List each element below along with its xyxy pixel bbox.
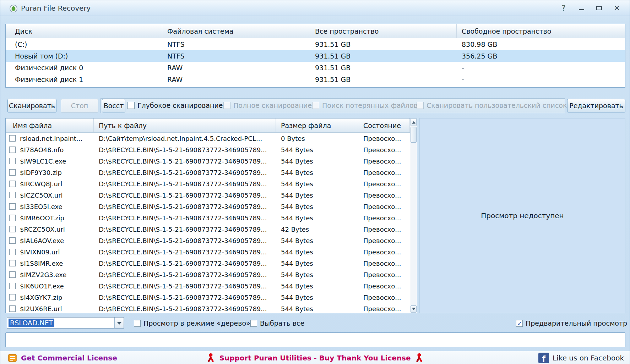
file-row[interactable]: $IMZV2G3.exe D:\$RECYCLE.BIN\S-1-5-21-69… [6, 269, 410, 280]
scan-button[interactable]: Сканировать [7, 99, 56, 112]
file-row[interactable]: $ICZC5OX.url D:\$RECYCLE.BIN\S-1-5-21-69… [6, 189, 410, 201]
file-path: D:\$RECYCLE.BIN\S-1-5-21-690873772-34690… [94, 246, 276, 258]
tree-view-checkbox-box[interactable] [134, 320, 141, 327]
commercial-license-link[interactable]: Get Commercial License [7, 353, 117, 363]
file-row[interactable]: $IDF9Y30.zip D:\$RECYCLE.BIN\S-1-5-21-69… [6, 167, 410, 178]
select-all-checkbox[interactable]: Выбрать все [250, 319, 304, 327]
support-link[interactable]: Support Puran Utilities - Buy Thank You … [206, 353, 423, 363]
file-name: $IK6UO1F.exe [20, 282, 64, 290]
scrollbar-thumb[interactable] [411, 127, 417, 143]
disk-col-filesystem[interactable]: Файловая система [162, 24, 310, 38]
file-row[interactable]: $I1S8IMR.exe D:\$RECYCLE.BIN\S-1-5-21-69… [6, 258, 410, 269]
file-row[interactable]: $IAL6AOV.exe D:\$RECYCLE.BIN\S-1-5-21-69… [6, 235, 410, 246]
file-name: $IDF9Y30.zip [20, 169, 62, 176]
scroll-up-button[interactable] [411, 119, 417, 126]
file-checkbox[interactable] [9, 249, 16, 255]
file-row[interactable]: $RCZC5OX.url D:\$RECYCLE.BIN\S-1-5-21-69… [6, 224, 410, 235]
file-row[interactable]: $IW9LC1C.exe D:\$RECYCLE.BIN\S-1-5-21-69… [6, 155, 410, 167]
toolbar: Сканировать Стоп Восст Глубокое сканиров… [5, 98, 625, 113]
file-row[interactable]: $IK6UO1F.exe D:\$RECYCLE.BIN\S-1-5-21-69… [6, 280, 410, 292]
disk-row[interactable]: Физический диск 0 RAW 931.51 GB - [6, 62, 625, 73]
file-path: D:\$RECYCLE.BIN\S-1-5-21-690873772-34690… [94, 224, 276, 235]
file-checkbox[interactable] [9, 271, 16, 278]
file-col-state[interactable]: Состояние [358, 118, 410, 132]
facebook-link[interactable]: f Like us on Facebook [538, 353, 624, 363]
file-size: 0 Bytes [276, 133, 358, 144]
disk-table-body: (C:) NTFS 931.51 GB 830.98 GB Новый том … [6, 38, 625, 85]
file-checkbox[interactable] [9, 192, 16, 198]
maximize-icon [596, 6, 602, 10]
file-checkbox[interactable] [9, 294, 16, 300]
app-icon [9, 4, 18, 13]
file-checkbox[interactable] [9, 283, 16, 289]
file-checkbox[interactable] [9, 203, 16, 210]
filter-combobox[interactable]: RSLOAD.NET [7, 317, 124, 329]
disk-row[interactable]: Новый том (D:) NTFS 931.51 GB 356.25 GB [6, 50, 625, 62]
filter-input[interactable]: RSLOAD.NET [7, 318, 114, 328]
disk-free-space: 830.98 GB [457, 38, 625, 50]
file-state: Превосхо... [358, 269, 410, 280]
file-path: D:\$RECYCLE.BIN\S-1-5-21-690873772-34690… [94, 212, 276, 224]
file-row[interactable]: $I2UX6RE.url D:\$RECYCLE.BIN\S-1-5-21-69… [6, 303, 410, 313]
close-button[interactable]: ✕ [610, 3, 623, 13]
file-checkbox[interactable] [9, 260, 16, 266]
commercial-license-label: Get Commercial License [21, 354, 117, 362]
file-row[interactable]: $I78AO48.nfo D:\$RECYCLE.BIN\S-1-5-21-69… [6, 144, 410, 155]
select-all-checkbox-box[interactable] [250, 320, 257, 327]
deep-scan-checkbox[interactable]: Глубокое сканирование [127, 101, 223, 109]
disk-name: Физический диск 1 [6, 73, 162, 85]
edit-button[interactable]: Редактировать [567, 99, 625, 112]
tree-view-checkbox[interactable]: Просмотр в режиме «дерево» [134, 319, 250, 327]
file-row[interactable]: $IVIXN09.url D:\$RECYCLE.BIN\S-1-5-21-69… [6, 246, 410, 258]
disk-col-disk[interactable]: Диск [6, 24, 162, 38]
disk-col-total[interactable]: Все пространство [310, 24, 457, 38]
file-checkbox[interactable] [9, 169, 16, 176]
file-checkbox[interactable] [9, 226, 16, 232]
file-name: $I2UX6RE.url [20, 305, 62, 313]
disk-name: Физический диск 0 [6, 62, 162, 73]
file-list-scrollbar[interactable] [410, 118, 417, 313]
filter-input-selected-text: RSLOAD.NET [9, 319, 54, 327]
recover-button[interactable]: Восст [102, 99, 125, 112]
file-state: Превосхо... [358, 258, 410, 269]
help-button[interactable]: ? [557, 3, 570, 13]
file-checkbox[interactable] [9, 181, 16, 187]
file-checkbox[interactable] [9, 305, 16, 312]
maximize-button[interactable] [593, 3, 605, 13]
preview-toggle-label: Предварительный просмотр [526, 319, 627, 327]
disk-name: (C:) [6, 38, 162, 50]
file-row[interactable]: $I33EO5I.exe D:\$RECYCLE.BIN\S-1-5-21-69… [6, 201, 410, 212]
file-checkbox[interactable] [9, 135, 16, 142]
file-row[interactable]: $I4XGYK7.zip D:\$RECYCLE.BIN\S-1-5-21-69… [6, 292, 410, 303]
window-title: Puran File Recovery [21, 4, 91, 12]
scroll-up-icon [412, 121, 416, 124]
preview-toggle-checkbox-box[interactable] [516, 320, 523, 327]
file-col-name[interactable]: Имя файла [6, 118, 94, 132]
file-size: 544 Bytes [276, 201, 358, 212]
file-checkbox[interactable] [9, 237, 16, 244]
file-col-path[interactable]: Путь к файлу [94, 118, 276, 132]
filter-dropdown-button[interactable] [114, 318, 124, 328]
minimize-button[interactable] [575, 3, 588, 13]
scroll-down-button[interactable] [411, 305, 417, 313]
file-row[interactable]: $IMR6OOT.zip D:\$RECYCLE.BIN\S-1-5-21-69… [6, 212, 410, 224]
file-col-size[interactable]: Размер файла [276, 118, 358, 132]
disk-col-free[interactable]: Свободное пространство [457, 24, 625, 38]
file-name: $ICZC5OX.url [20, 192, 63, 199]
file-path: D:\$RECYCLE.BIN\S-1-5-21-690873772-34690… [94, 201, 276, 212]
disk-row[interactable]: Физический диск 1 RAW 931.51 GB - [6, 73, 625, 85]
file-size: 544 Bytes [276, 167, 358, 178]
file-row[interactable]: rsload.net.Inpaint... D:\Сайт\temp\rsloa… [6, 133, 410, 144]
disk-filesystem: RAW [162, 62, 310, 73]
file-checkbox[interactable] [9, 147, 16, 153]
filter-bar: RSLOAD.NET Просмотр в режиме «дерево» Вы… [5, 317, 625, 330]
disk-free-space: 356.25 GB [457, 50, 625, 62]
file-checkbox[interactable] [9, 215, 16, 221]
preview-toggle-checkbox[interactable]: Предварительный просмотр [516, 319, 627, 327]
deep-scan-checkbox-box[interactable] [127, 102, 135, 109]
file-row[interactable]: $IRCWQ8J.url D:\$RECYCLE.BIN\S-1-5-21-69… [6, 178, 410, 189]
file-size: 544 Bytes [276, 280, 358, 292]
file-checkbox[interactable] [9, 158, 16, 164]
disk-total-space: 931.51 GB [310, 50, 457, 62]
disk-row[interactable]: (C:) NTFS 931.51 GB 830.98 GB [6, 38, 625, 50]
